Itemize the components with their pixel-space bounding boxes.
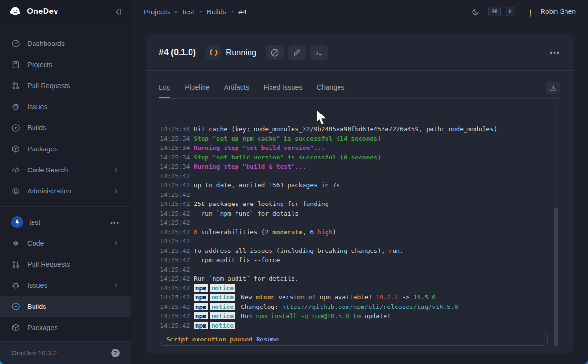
- log-timestamp: 14:25:42: [160, 247, 190, 254]
- npm-badge: npm: [194, 294, 208, 301]
- project-name: test: [29, 218, 40, 226]
- cancel-button[interactable]: [266, 46, 284, 60]
- log-line: 14:25:42 run `npm fund` for details: [160, 209, 559, 218]
- log-line: 14:25:42258 packages are looking for fun…: [160, 199, 559, 209]
- sidebar-item-label: Packages: [27, 324, 58, 331]
- log-line: 14:25:42To address all issues (including…: [160, 246, 559, 256]
- project-item-packages[interactable]: Packages: [0, 317, 131, 338]
- breadcrumb-separator: •: [200, 9, 202, 14]
- help-icon[interactable]: ?: [111, 349, 120, 357]
- tab-changes[interactable]: Changes: [317, 83, 345, 98]
- log-timestamp: 14:25:34: [160, 125, 190, 133]
- chevron-right-icon: [113, 240, 120, 247]
- resume-link[interactable]: Resume: [256, 336, 279, 343]
- log-line: 14:25:34Running step "build & test"...: [160, 162, 559, 171]
- build-actions: [266, 46, 328, 60]
- sidebar-project-row[interactable]: test •••: [0, 212, 131, 233]
- edit-button[interactable]: [288, 46, 306, 60]
- sidebar-item-administration[interactable]: Administration: [0, 181, 131, 202]
- breadcrumb-test[interactable]: test: [183, 8, 194, 16]
- sidebar-item-label: Code Search: [27, 166, 68, 174]
- shortcut-cmd-key: ⌘: [488, 7, 501, 16]
- build-tabs: LogPipelineArtifactsFixed IssuesChanges: [159, 71, 560, 99]
- sidebar-item-packages[interactable]: Packages: [0, 138, 131, 159]
- dark-mode-toggle-moon-icon[interactable]: [472, 8, 480, 16]
- project-item-pull-requests[interactable]: Pull Requests: [0, 254, 131, 275]
- log-line: 14:25:42up to date, audited 1561 package…: [160, 181, 559, 190]
- log-text: to update!: [350, 312, 391, 319]
- log-line: 14:25:42: [160, 265, 559, 274]
- gauge-icon: [11, 39, 20, 48]
- sidebar-item-label: Issues: [27, 103, 47, 111]
- terminal-button[interactable]: [310, 46, 328, 60]
- project-more-icon[interactable]: •••: [110, 219, 120, 226]
- breadcrumb-builds[interactable]: Builds: [207, 8, 226, 16]
- log-line: 14:25:42npmnotice: [160, 284, 559, 293]
- log-timestamp: 14:25:42: [160, 294, 190, 301]
- build-card: #4 (0.1.0) Running ••• LogPipelineArtifa…: [146, 34, 574, 353]
- log-text: Changelog:: [237, 303, 282, 310]
- log-timestamp: 14:25:42: [160, 303, 190, 310]
- notice-badge: notice: [210, 303, 235, 310]
- notice-badge: notice: [210, 294, 235, 301]
- log-text: Run `npm audit` for details.: [194, 275, 299, 282]
- sidebar-item-pull-requests[interactable]: Pull Requests: [0, 75, 131, 96]
- content-area: #4 (0.1.0) Running ••• LogPipelineArtifa…: [131, 23, 588, 364]
- tab-artifacts[interactable]: Artifacts: [224, 83, 249, 98]
- bug-icon: [11, 281, 20, 290]
- sidebar-item-dashboards[interactable]: Dashboards: [0, 33, 131, 54]
- log-warn-text: minor: [256, 294, 274, 301]
- sidebar-item-code-search[interactable]: Code Search: [0, 159, 131, 181]
- running-spinner-icon: [206, 46, 221, 60]
- log-line: 14:25:42npmnotice Changelog: https://git…: [160, 302, 559, 312]
- sidebar-item-projects[interactable]: Projects: [0, 54, 131, 75]
- log-text: Run: [237, 312, 256, 319]
- log-step-text: Running step "set build version"...: [194, 144, 325, 151]
- sidebar-header: OneDev: [0, 0, 131, 23]
- log-scrollbar-thumb[interactable]: [554, 208, 558, 346]
- onedev-logo-icon: [8, 4, 22, 19]
- log-timestamp: 14:25:34: [160, 135, 190, 142]
- tab-log[interactable]: Log: [159, 83, 170, 98]
- package-icon: [11, 145, 20, 153]
- app-window: OneDev DashboardsProjectsPull RequestsIs…: [0, 0, 588, 364]
- project-item-code[interactable]: Code: [0, 233, 131, 254]
- pull-request-icon: [11, 260, 20, 269]
- sidebar-item-label: Pull Requests: [27, 261, 70, 268]
- log-line: 14:25:42 npm audit fix --force: [160, 255, 559, 265]
- sidebar: OneDev DashboardsProjectsPull RequestsIs…: [0, 0, 131, 364]
- sidebar-item-issues[interactable]: Issues: [0, 96, 131, 117]
- project-item-issues[interactable]: Issues: [0, 275, 131, 296]
- download-log-icon[interactable]: [546, 82, 560, 94]
- log-text: vulnerabilities (2: [197, 228, 272, 236]
- breadcrumb-projects[interactable]: Projects: [144, 8, 170, 16]
- cancel-icon: [271, 48, 279, 57]
- log-text: 258 packages are looking for funding: [194, 200, 329, 207]
- tab-pipeline[interactable]: Pipeline: [185, 83, 210, 98]
- log-success-text: Step "set build version" is successful (…: [194, 154, 381, 161]
- log-timestamp: 14:25:42: [160, 228, 190, 236]
- app-title: OneDev: [27, 7, 58, 16]
- sidebar-item-builds[interactable]: Builds: [0, 117, 131, 138]
- log-timestamp: 14:25:42: [160, 322, 190, 329]
- tab-fixed-issues[interactable]: Fixed Issues: [263, 83, 302, 98]
- play-circle-icon: [11, 124, 20, 132]
- log-line: 14:25:428 vulnerabilities (2 moderate, 6…: [160, 228, 559, 237]
- log-timestamp: 14:25:42: [160, 210, 190, 217]
- log-timestamp: 14:25:42: [160, 200, 190, 207]
- user-avatar: [525, 6, 536, 17]
- build-more-icon[interactable]: •••: [550, 48, 560, 57]
- log-text: version of npm available!: [274, 294, 375, 301]
- sidebar-collapse-icon[interactable]: [113, 7, 123, 16]
- breadcrumb-separator: ▸: [175, 9, 178, 15]
- log-error-text: high: [317, 228, 332, 236]
- log-step-text: Running step "build & test"...: [194, 163, 306, 170]
- log-text: ): [332, 228, 336, 236]
- log-line: 14:25:42: [160, 171, 559, 181]
- git-diamond-icon: [11, 239, 20, 248]
- log-link-text[interactable]: https://github.com/npm/cli/releases/tag/…: [282, 303, 458, 310]
- app-version: OneDev 10.3.2: [11, 349, 57, 357]
- log-text: npm audit fix --force: [194, 256, 280, 263]
- user-menu[interactable]: Robin Shen: [525, 6, 576, 17]
- project-item-builds[interactable]: Builds: [0, 296, 131, 317]
